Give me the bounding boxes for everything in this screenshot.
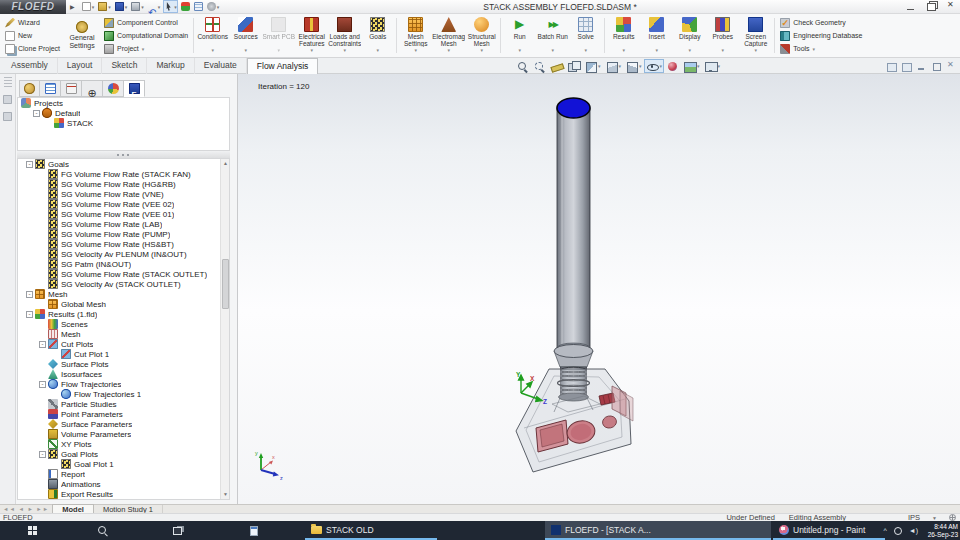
scroll-down-icon[interactable]: ▼	[221, 490, 230, 499]
hud-view-orientation[interactable]: ▾	[603, 59, 624, 73]
hud-hide-show-items[interactable]: ▾	[644, 59, 665, 73]
tree-item-surface-parameters[interactable]: Surface Parameters	[18, 419, 229, 429]
minimize-icon[interactable]	[905, 2, 917, 12]
tab-assembly[interactable]: Assembly	[2, 58, 58, 74]
scrollbar-thumb[interactable]	[222, 259, 229, 309]
collapse-icon[interactable]: -	[33, 110, 40, 117]
ribbon-item-check-geometry[interactable]: Check Geometry	[780, 17, 862, 28]
hud-section-view[interactable]: ▾	[582, 59, 603, 73]
doc-restore-icon[interactable]	[931, 62, 941, 71]
tree-item-default[interactable]: -Default	[18, 108, 229, 118]
tree-item-global-mesh[interactable]: Global Mesh	[18, 299, 229, 309]
ribbon-button-screen-capture[interactable]: Screen Capture▾	[739, 15, 772, 56]
search-button[interactable]	[88, 521, 116, 540]
ribbon-button-solve[interactable]: Solve▾	[569, 15, 602, 56]
collapse-icon[interactable]: -	[26, 161, 33, 168]
ribbon-button-results[interactable]: Results▾	[607, 15, 640, 56]
ribbon-button-electrical-features[interactable]: Electrical Features▾	[295, 15, 328, 56]
qat-print[interactable]: ▾	[130, 0, 145, 13]
ribbon-item-clone-project[interactable]: Clone Project	[5, 43, 60, 54]
tree-item-mesh[interactable]: Mesh	[18, 329, 229, 339]
notepad-button[interactable]	[240, 521, 268, 540]
pane-icon[interactable]	[886, 62, 896, 71]
tree-item-export-results[interactable]: Export Results	[18, 489, 229, 499]
tree-item-isosurfaces[interactable]: Isosurfaces	[18, 369, 229, 379]
qat-rebuild[interactable]	[180, 0, 191, 13]
ribbon-button-run[interactable]: Run▾	[503, 15, 536, 56]
ribbon-item-new[interactable]: New	[5, 30, 60, 41]
ribbon-button-insert[interactable]: Insert▾	[640, 15, 673, 56]
ribbon-item-computational-domain[interactable]: Computational Domain	[104, 30, 188, 41]
help-globe-icon[interactable]	[949, 514, 956, 521]
tab-scroll-buttons[interactable]: ◄◄ ◄ ► ►►	[0, 506, 52, 512]
tree-item-sg-volume-flow-rate-hs-bt[interactable]: SG Volume Flow Rate (HS&BT)	[18, 239, 229, 249]
tree-item-sg-velocity-av-plenum-in-out[interactable]: SG Velocity Av PLENUM (IN&OUT)	[18, 249, 229, 259]
qat-select[interactable]: ▾	[163, 0, 178, 13]
checklist-tab[interactable]	[61, 80, 82, 97]
tree-scrollbar[interactable]: ▲▼	[220, 159, 229, 499]
tree-item-flow-trajectories[interactable]: -Flow Trajectories	[18, 379, 229, 389]
tray-expand-icon[interactable]: ^	[883, 521, 886, 540]
tab-evaluate[interactable]: Evaluate	[195, 58, 247, 74]
tree-item-flow-trajectories-1[interactable]: Flow Trajectories 1	[18, 389, 229, 399]
hud-zoom-area[interactable]	[531, 59, 548, 73]
ribbon-button-general-settings[interactable]: General Settings	[63, 15, 101, 56]
tree-item-particle-studies[interactable]: Particle Studies	[18, 399, 229, 409]
tree-item-results-1-fld[interactable]: -Results (1.fld)	[18, 309, 229, 319]
panel-splitter[interactable]	[17, 151, 230, 158]
qat-options[interactable]: ▾	[206, 0, 221, 13]
tree-item-mesh[interactable]: -Mesh	[18, 289, 229, 299]
ribbon-item-engineering-database[interactable]: Engineering Database	[780, 30, 862, 41]
3d-viewport[interactable]: Iteration = 120	[238, 74, 960, 504]
tab-markup[interactable]: Markup	[147, 58, 194, 74]
ribbon-button-batch-run[interactable]: Batch Run▾	[536, 15, 569, 56]
tree-item-sg-volume-flow-rate-pump[interactable]: SG Volume Flow Rate (PUMP)	[18, 229, 229, 239]
scene-colors-tab[interactable]	[103, 80, 124, 97]
tree-item-stack[interactable]: STACK	[18, 118, 229, 128]
tree-item-surface-plots[interactable]: Surface Plots	[18, 359, 229, 369]
tree-item-sg-volume-flow-rate-vee-01[interactable]: SG Volume Flow Rate (VEE 01)	[18, 209, 229, 219]
ribbon-button-sources[interactable]: Sources▾	[229, 15, 262, 56]
tree-item-goal-plot-1[interactable]: Goal Plot 1	[18, 459, 229, 469]
start-button[interactable]	[18, 521, 46, 540]
ribbon-item-tools[interactable]: Tools▾	[780, 43, 862, 54]
collapsed-task-pane[interactable]	[0, 74, 16, 504]
ribbon-button-mesh-settings[interactable]: Mesh Settings▾	[399, 15, 432, 56]
ribbon-item-project[interactable]: Project▾	[104, 43, 188, 54]
hud-apply-scene[interactable]: ▾	[681, 59, 702, 73]
ribbon-button-conditions[interactable]: Conditions▾	[196, 15, 229, 56]
tree-item-scenes[interactable]: Scenes	[18, 319, 229, 329]
ribbon-button-structural-mesh[interactable]: Structural Mesh▾	[465, 15, 498, 56]
taskbar-floefd-stack-a[interactable]: FLOEFD - [STACK A...	[545, 521, 771, 540]
tree-item-goals[interactable]: -Goals	[18, 159, 229, 169]
tab-flow-analysis[interactable]: Flow Analysis	[247, 58, 319, 74]
crosshair-tab[interactable]	[82, 80, 103, 97]
menu-flyout-arrow-icon[interactable]: ▶	[66, 3, 79, 10]
tab-layout[interactable]: Layout	[58, 58, 103, 74]
tree-item-projects[interactable]: Projects	[18, 98, 229, 108]
taskbar-untitled-png-paint[interactable]: Untitled.png - Paint	[773, 521, 885, 540]
hud-measure[interactable]	[548, 59, 565, 73]
qat-save[interactable]: ▾	[114, 0, 129, 13]
ribbon-button-smart-pcb[interactable]: Smart PCB▾	[262, 15, 295, 56]
tree-item-xy-plots[interactable]: XY Plots	[18, 439, 229, 449]
tree-item-sg-volume-flow-rate-vne[interactable]: SG Volume Flow Rate (VNE)	[18, 189, 229, 199]
tree-item-animations[interactable]: Animations	[18, 479, 229, 489]
tree-item-fg-volume-flow-rate-stack-fan[interactable]: FG Volume Flow Rate (STACK FAN)	[18, 169, 229, 179]
ribbon-button-loads-and-constraints[interactable]: Loads and Constraints▾	[328, 15, 361, 56]
tree-item-report[interactable]: Report	[18, 469, 229, 479]
tree-item-cut-plots[interactable]: -Cut Plots	[18, 339, 229, 349]
settings-globe-tab[interactable]	[19, 80, 40, 97]
ribbon-button-electromagnetic-mesh[interactable]: Electromagnetic Mesh▾	[432, 15, 465, 56]
taskbar-clock[interactable]: 8:44 AM 26-Sep-23	[928, 523, 958, 538]
tree-item-sg-volume-flow-rate-stack-outlet[interactable]: SG Volume Flow Rate (STACK OUTLET)	[18, 269, 229, 279]
doc-minimize-icon[interactable]	[916, 62, 926, 71]
scroll-up-icon[interactable]: ▲	[221, 159, 230, 168]
hud-view-settings[interactable]: ▾	[702, 59, 723, 73]
collapse-icon[interactable]: -	[39, 341, 46, 348]
tab-sketch[interactable]: Sketch	[102, 58, 147, 74]
volume-icon[interactable]: ◄)	[909, 527, 918, 534]
close-icon[interactable]	[945, 2, 957, 12]
collapse-icon[interactable]: -	[39, 381, 46, 388]
ribbon-item-wizard[interactable]: Wizard	[5, 17, 60, 28]
